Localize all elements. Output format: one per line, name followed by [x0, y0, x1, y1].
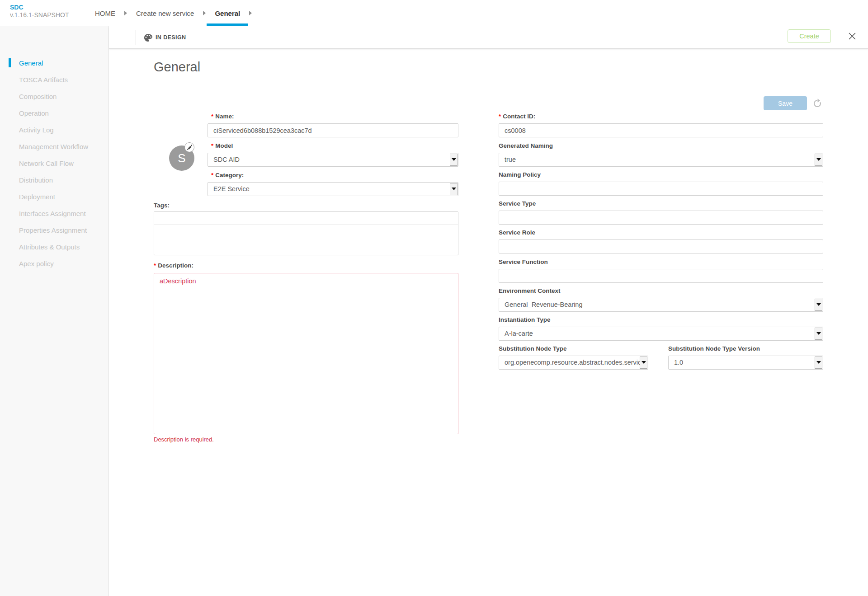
model-select[interactable]: SDC AID	[208, 153, 458, 167]
tags-label: Tags:	[154, 202, 170, 209]
close-button[interactable]	[848, 31, 859, 42]
name-label: *Name:	[211, 113, 234, 120]
dropdown-arrow-icon	[815, 357, 822, 369]
sidebar-item-management-workflow[interactable]: Management Workflow	[0, 138, 108, 155]
environment-context-label: Environment Context	[499, 287, 561, 294]
dropdown-arrow-icon	[815, 299, 822, 311]
active-tab-underline	[207, 23, 248, 26]
breadcrumb-separator-icon	[124, 11, 127, 15]
sidebar-item-interfaces-assignment[interactable]: Interfaces Assignment	[0, 205, 108, 222]
breadcrumb-tab-home[interactable]: HOME	[87, 0, 123, 26]
refresh-icon	[812, 99, 822, 108]
generated-naming-select[interactable]: true	[499, 153, 823, 167]
naming-policy-input[interactable]	[499, 182, 823, 196]
dropdown-arrow-icon	[450, 183, 458, 195]
lifecycle-status: IN DESIGN	[144, 26, 186, 49]
breadcrumb-tab-general[interactable]: General	[207, 0, 248, 26]
dropdown-arrow-icon	[815, 328, 822, 340]
breadcrumb-tab-create-new-service[interactable]: Create new service	[128, 0, 202, 26]
service-role-input[interactable]	[499, 239, 823, 253]
dropdown-arrow-icon	[815, 154, 822, 166]
description-error: Description is required.	[154, 436, 214, 443]
service-role-label: Service Role	[499, 229, 535, 236]
divider	[136, 30, 136, 45]
status-bar: IN DESIGN Create	[109, 26, 868, 49]
substitution-node-type-version-label: Substitution Node Type Version	[668, 345, 760, 352]
name-input[interactable]	[208, 123, 458, 137]
substitution-node-type-label: Substitution Node Type	[499, 345, 567, 352]
contact-id-label: *Contact ID:	[499, 113, 535, 120]
contact-id-input[interactable]	[499, 123, 823, 137]
breadcrumb: HOME Create new service General	[87, 0, 253, 26]
tags-container	[154, 211, 458, 255]
sidebar: General TOSCA Artifacts Composition Oper…	[0, 26, 109, 596]
top-header: SDC v.1.16.1-SNAPSHOT HOME Create new se…	[0, 0, 868, 26]
sidebar-item-activity-log[interactable]: Activity Log	[0, 122, 108, 138]
sidebar-item-apex-policy[interactable]: Apex policy	[0, 255, 108, 272]
status-label: IN DESIGN	[156, 34, 186, 41]
tags-input[interactable]	[154, 212, 458, 225]
sidebar-item-tosca-artifacts[interactable]: TOSCA Artifacts	[0, 71, 108, 88]
active-item-bar	[9, 58, 11, 67]
sdc-general-page: SDC v.1.16.1-SNAPSHOT HOME Create new se…	[0, 0, 868, 596]
sidebar-item-operation[interactable]: Operation	[0, 105, 108, 122]
service-type-input[interactable]	[499, 211, 823, 225]
substitution-node-type-version-select[interactable]: 1.0	[668, 356, 823, 370]
instantiation-type-select[interactable]: A-la-carte	[499, 327, 823, 341]
description-textarea[interactable]: aDescription	[154, 273, 458, 434]
breadcrumb-separator-icon	[249, 11, 252, 15]
palette-icon	[144, 33, 152, 42]
avatar-edit-button[interactable]	[184, 142, 194, 152]
sidebar-menu: General TOSCA Artifacts Composition Oper…	[0, 55, 108, 272]
service-function-label: Service Function	[499, 258, 548, 265]
divider	[842, 29, 842, 43]
breadcrumb-separator-icon	[203, 11, 206, 15]
dropdown-arrow-icon	[450, 154, 458, 166]
sidebar-item-properties-assignment[interactable]: Properties Assignment	[0, 222, 108, 239]
service-function-input[interactable]	[499, 269, 823, 283]
page-title: General	[154, 60, 200, 75]
instantiation-type-label: Instantiation Type	[499, 316, 551, 323]
save-button[interactable]: Save	[764, 96, 807, 110]
app-logo: SDC v.1.16.1-SNAPSHOT	[10, 4, 69, 19]
sidebar-item-attributes-outputs[interactable]: Attributes & Outputs	[0, 239, 108, 255]
app-version: v.1.16.1-SNAPSHOT	[10, 11, 69, 19]
model-label: *Model	[211, 142, 233, 149]
category-label: *Category:	[211, 172, 244, 178]
close-icon	[848, 32, 856, 40]
revert-button[interactable]	[812, 98, 823, 109]
create-button[interactable]: Create	[788, 29, 831, 43]
generated-naming-label: Generated Naming	[499, 142, 553, 149]
category-select[interactable]: E2E Service	[208, 182, 458, 196]
description-label: *Description:	[154, 262, 193, 269]
app-name: SDC	[10, 4, 69, 11]
dropdown-arrow-icon	[640, 357, 647, 369]
sidebar-item-distribution[interactable]: Distribution	[0, 172, 108, 188]
substitution-node-type-select[interactable]: org.openecomp.resource.abstract.nodes.se…	[499, 356, 648, 370]
naming-policy-label: Naming Policy	[499, 171, 541, 178]
sidebar-item-deployment[interactable]: Deployment	[0, 188, 108, 205]
environment-context-select[interactable]: General_Revenue-Bearing	[499, 298, 823, 312]
sidebar-item-composition[interactable]: Composition	[0, 88, 108, 105]
pencil-icon	[187, 145, 192, 150]
service-type-label: Service Type	[499, 200, 536, 207]
sidebar-item-general[interactable]: General	[0, 55, 108, 71]
sidebar-item-network-call-flow[interactable]: Network Call Flow	[0, 155, 108, 172]
